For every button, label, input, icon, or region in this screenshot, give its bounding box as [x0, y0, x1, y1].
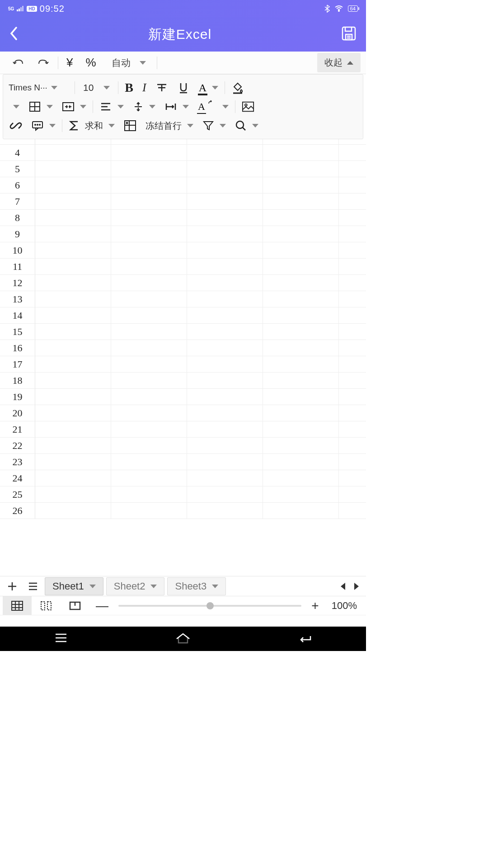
row-header[interactable]: 6: [0, 177, 35, 193]
cell[interactable]: [35, 503, 111, 519]
borders-dropdown[interactable]: [24, 101, 57, 112]
row-header[interactable]: 8: [0, 210, 35, 226]
cell[interactable]: [35, 373, 111, 389]
row-header[interactable]: 5: [0, 161, 35, 177]
cell[interactable]: [111, 242, 187, 259]
cell[interactable]: [111, 259, 187, 275]
cell[interactable]: [35, 324, 111, 340]
cell[interactable]: [35, 389, 111, 405]
row-header[interactable]: 9: [0, 226, 35, 242]
cell[interactable]: [187, 486, 263, 503]
cell[interactable]: [35, 210, 111, 226]
sheet-tab-2[interactable]: Sheet2: [106, 577, 165, 595]
cell[interactable]: [339, 259, 366, 275]
add-sheet-button[interactable]: [2, 580, 23, 592]
cell[interactable]: [111, 373, 187, 389]
wrap-dropdown[interactable]: [160, 102, 193, 112]
row-header[interactable]: 14: [0, 307, 35, 324]
cell[interactable]: [263, 405, 339, 421]
filter-dropdown[interactable]: [198, 120, 230, 131]
cell[interactable]: [339, 405, 366, 421]
cell[interactable]: [187, 421, 263, 438]
recents-button[interactable]: [53, 632, 69, 646]
cell[interactable]: [35, 307, 111, 324]
cell[interactable]: [263, 503, 339, 519]
row-header[interactable]: 21: [0, 421, 35, 438]
cell[interactable]: [111, 356, 187, 373]
cell[interactable]: [339, 486, 366, 503]
cell[interactable]: [111, 307, 187, 324]
strikethrough-button[interactable]: [151, 78, 173, 97]
cell[interactable]: [263, 373, 339, 389]
cell[interactable]: [35, 470, 111, 486]
cell[interactable]: [111, 226, 187, 242]
cell[interactable]: [35, 259, 111, 275]
cell[interactable]: [111, 193, 187, 210]
cell[interactable]: [263, 291, 339, 307]
row-header[interactable]: 20: [0, 405, 35, 421]
cell[interactable]: [263, 438, 339, 454]
cell[interactable]: [187, 389, 263, 405]
cell[interactable]: [111, 486, 187, 503]
cell[interactable]: [187, 275, 263, 291]
cell[interactable]: [263, 454, 339, 470]
cell[interactable]: [187, 193, 263, 210]
cell[interactable]: [35, 291, 111, 307]
cell[interactable]: [263, 242, 339, 259]
row-header[interactable]: 22: [0, 438, 35, 454]
redo-button[interactable]: [31, 52, 56, 74]
cell[interactable]: [339, 389, 366, 405]
cell[interactable]: [111, 291, 187, 307]
cell[interactable]: [339, 275, 366, 291]
cell[interactable]: [263, 193, 339, 210]
cell[interactable]: [339, 226, 366, 242]
cell[interactable]: [35, 340, 111, 356]
sum-dropdown[interactable]: 求和: [64, 120, 119, 132]
cell[interactable]: [35, 177, 111, 193]
cell[interactable]: [187, 356, 263, 373]
comment-dropdown[interactable]: [27, 120, 60, 131]
row-header[interactable]: 11: [0, 259, 35, 275]
cell[interactable]: [111, 503, 187, 519]
font-dropdown[interactable]: Times N···: [5, 83, 73, 93]
cell[interactable]: [187, 470, 263, 486]
text-rotate-dropdown[interactable]: A: [193, 101, 233, 113]
cell[interactable]: [339, 324, 366, 340]
cell[interactable]: [187, 259, 263, 275]
home-button[interactable]: [175, 632, 191, 646]
cell[interactable]: [187, 340, 263, 356]
cell[interactable]: [339, 210, 366, 226]
cell[interactable]: [187, 161, 263, 177]
cell[interactable]: [263, 389, 339, 405]
sheet-scroll-left[interactable]: [341, 583, 345, 590]
cell[interactable]: [111, 389, 187, 405]
cell[interactable]: [263, 340, 339, 356]
row-header[interactable]: 7: [0, 193, 35, 210]
row-header[interactable]: 25: [0, 486, 35, 503]
undo-button[interactable]: [5, 52, 31, 74]
row-header[interactable]: 17: [0, 356, 35, 373]
cell[interactable]: [187, 307, 263, 324]
font-color-dropdown[interactable]: A: [194, 82, 223, 94]
cell[interactable]: [263, 161, 339, 177]
zoom-slider[interactable]: [118, 605, 301, 607]
cell[interactable]: [187, 405, 263, 421]
cell[interactable]: [35, 161, 111, 177]
back-system-button[interactable]: [297, 632, 313, 646]
number-format-dropdown[interactable]: 自动: [103, 57, 155, 69]
cell[interactable]: [339, 193, 366, 210]
valign-dropdown[interactable]: [128, 101, 160, 112]
cell[interactable]: [111, 145, 187, 161]
zoom-slider-thumb[interactable]: [206, 602, 214, 609]
cell[interactable]: [111, 470, 187, 486]
row-header[interactable]: 4: [0, 145, 35, 161]
row-header[interactable]: 16: [0, 340, 35, 356]
row-header[interactable]: 19: [0, 389, 35, 405]
sheet-tab-1[interactable]: Sheet1: [45, 577, 103, 595]
cell[interactable]: [339, 470, 366, 486]
currency-button[interactable]: ¥: [60, 52, 79, 74]
cell[interactable]: [339, 307, 366, 324]
cell[interactable]: [187, 291, 263, 307]
cell[interactable]: [339, 291, 366, 307]
cell[interactable]: [263, 470, 339, 486]
